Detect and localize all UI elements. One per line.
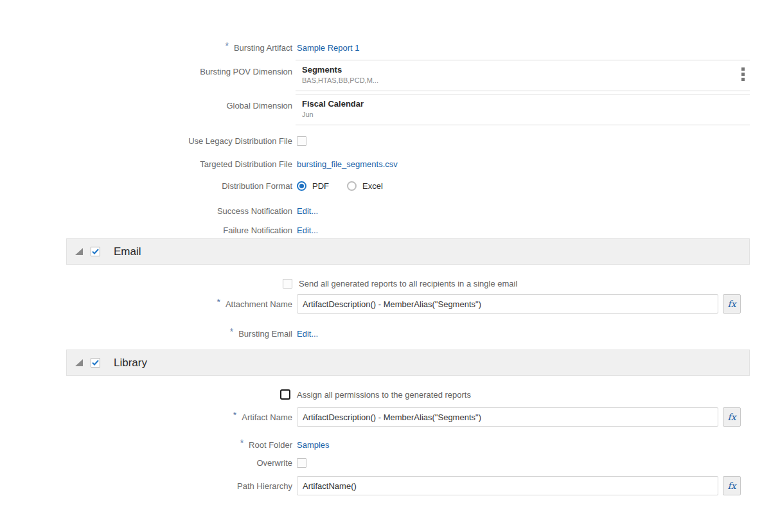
overwrite-row: Overwrite — [0, 456, 762, 469]
assign-permissions-row: Assign all permissions to the generated … — [0, 388, 762, 401]
bursting-artifact-row: * Bursting Artifact Sample Report 1 — [0, 42, 762, 53]
success-notification-edit-link[interactable]: Edit... — [297, 206, 318, 216]
library-section-title: Library — [114, 357, 147, 369]
artifact-name-fx-button[interactable]: fx — [723, 407, 741, 427]
use-legacy-distribution-row: Use Legacy Distribution File — [0, 134, 762, 147]
attachment-name-label: * Attachment Name — [0, 299, 292, 309]
root-folder-link[interactable]: Samples — [297, 440, 330, 450]
global-dimension-member: Jun — [302, 111, 733, 118]
required-marker: * — [233, 410, 236, 420]
distribution-format-row: Distribution Format PDF Excel — [0, 179, 762, 192]
pov-dimension-members: BAS,HTAS,BB,PCD,M... — [302, 76, 733, 84]
artifact-name-label: * Artifact Name — [0, 412, 292, 422]
path-hierarchy-fx-button[interactable]: fx — [723, 476, 741, 495]
pdf-radio[interactable] — [297, 181, 306, 191]
assign-permissions-checkbox[interactable] — [280, 389, 290, 400]
email-section-checkbox[interactable] — [91, 247, 100, 256]
pov-dimension-name: Segments — [302, 65, 733, 75]
assign-permissions-label: Assign all permissions to the generated … — [297, 390, 471, 400]
distribution-format-label: Distribution Format — [0, 181, 292, 191]
global-dimension-row: Global Dimension Fiscal Calendar Jun — [0, 94, 762, 125]
success-notification-label: Success Notification — [0, 206, 292, 216]
email-section-title: Email — [114, 245, 141, 258]
root-folder-row: * Root Folder Samples — [0, 438, 762, 451]
required-marker: * — [217, 297, 220, 307]
single-email-checkbox[interactable] — [283, 279, 292, 288]
single-email-label: Send all generated reports to all recipi… — [299, 279, 517, 288]
radio-option-excel[interactable]: Excel — [347, 181, 383, 191]
artifact-name-row: * Artifact Name fx — [0, 407, 762, 427]
attachment-name-row: * Attachment Name fx — [0, 294, 762, 314]
failure-notification-row: Failure Notification Edit... — [0, 224, 762, 236]
required-marker: * — [230, 326, 233, 337]
root-folder-label: * Root Folder — [0, 439, 292, 450]
use-legacy-distribution-checkbox[interactable] — [297, 136, 306, 146]
radio-option-pdf[interactable]: PDF — [297, 181, 329, 191]
single-email-row: Send all generated reports to all recipi… — [0, 277, 762, 290]
library-section-header[interactable]: Library — [66, 350, 750, 376]
path-hierarchy-row: Path Hierarchy fx — [0, 476, 762, 495]
email-section-header[interactable]: Email — [66, 238, 750, 265]
targeted-distribution-row: Targeted Distribution File bursting_file… — [0, 157, 762, 170]
bursting-pov-dimension-row: Bursting POV Dimension Segments BAS,HTAS… — [0, 60, 762, 91]
bursting-email-row: * Bursting Email Edit... — [0, 327, 762, 340]
targeted-distribution-link[interactable]: bursting_file_segments.csv — [297, 159, 398, 169]
bursting-artifact-link[interactable]: Sample Report 1 — [297, 43, 360, 53]
bursting-pov-dimension-field[interactable]: Segments BAS,HTAS,BB,PCD,M... — [296, 60, 750, 91]
bursting-email-edit-link[interactable]: Edit... — [297, 329, 318, 339]
success-notification-row: Success Notification Edit... — [0, 204, 762, 217]
collapse-triangle-icon[interactable] — [75, 248, 83, 255]
overwrite-checkbox[interactable] — [297, 458, 306, 468]
bursting-email-label: * Bursting Email — [0, 328, 292, 339]
attachment-name-input[interactable] — [297, 294, 718, 314]
required-marker: * — [240, 438, 244, 448]
collapse-triangle-icon[interactable] — [75, 359, 83, 366]
global-dimension-label: Global Dimension — [0, 94, 292, 111]
path-hierarchy-label: Path Hierarchy — [0, 481, 292, 491]
failure-notification-edit-link[interactable]: Edit... — [297, 226, 318, 235]
excel-radio[interactable] — [347, 181, 357, 191]
required-marker: * — [226, 40, 229, 51]
distribution-format-group: PDF Excel — [297, 181, 383, 191]
kebab-menu-icon[interactable] — [741, 67, 745, 81]
targeted-distribution-label: Targeted Distribution File — [0, 159, 292, 169]
bursting-definition-form: * Bursting Artifact Sample Report 1 Burs… — [0, 0, 762, 495]
path-hierarchy-input[interactable] — [297, 476, 718, 495]
global-dimension-field[interactable]: Fiscal Calendar Jun — [296, 94, 750, 125]
global-dimension-name: Fiscal Calendar — [302, 99, 733, 109]
attachment-name-fx-button[interactable]: fx — [723, 294, 741, 314]
bursting-artifact-label: * Bursting Artifact — [0, 42, 292, 53]
artifact-name-input[interactable] — [297, 407, 718, 427]
bursting-pov-dimension-label: Bursting POV Dimension — [0, 60, 292, 76]
overwrite-label: Overwrite — [0, 458, 292, 468]
use-legacy-distribution-label: Use Legacy Distribution File — [0, 136, 292, 146]
library-section-checkbox[interactable] — [91, 358, 100, 368]
failure-notification-label: Failure Notification — [0, 226, 292, 235]
